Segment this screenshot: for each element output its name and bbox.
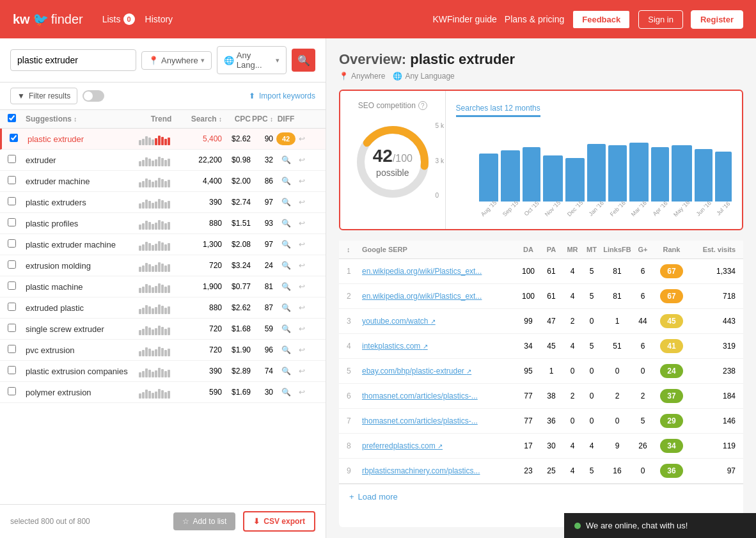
mini-bar: [168, 243, 170, 251]
diff-search-icon[interactable]: 🔍: [281, 261, 291, 270]
diff-search-icon[interactable]: 🔍: [281, 345, 291, 354]
cpc-col: $2.62: [222, 303, 251, 312]
keyword-text[interactable]: plastic extruder: [28, 134, 84, 144]
register-button[interactable]: Register: [691, 10, 743, 29]
diff-search-icon[interactable]: 🔍: [281, 367, 291, 376]
row-checkbox-col[interactable]: [8, 303, 26, 313]
keyword-text[interactable]: plastic extruder machine: [26, 240, 116, 249]
check-all-header[interactable]: [8, 114, 26, 124]
row-checkbox[interactable]: [10, 134, 18, 142]
mini-bar: [168, 201, 170, 209]
nav-lists[interactable]: Lists 0: [102, 13, 135, 25]
row-checkbox-col[interactable]: [8, 366, 26, 376]
kwfinder-guide-link[interactable]: KWFinder guide: [432, 14, 496, 24]
keyword-text[interactable]: plastic extrusion companies: [26, 367, 128, 376]
serp-url[interactable]: intekplastics.com ↗: [362, 342, 428, 351]
row-checkbox-col[interactable]: [8, 197, 26, 207]
row-checkbox[interactable]: [8, 303, 16, 311]
row-checkbox[interactable]: [8, 345, 16, 353]
rank-header: Rank: [652, 246, 691, 253]
serp-url[interactable]: en.wikipedia.org/wiki/Plastics_ext...: [362, 267, 482, 276]
diff-search-icon[interactable]: 🔍: [281, 155, 291, 164]
mini-bar: [139, 140, 141, 145]
row-checkbox[interactable]: [8, 260, 16, 269]
row-checkbox[interactable]: [8, 387, 16, 395]
keyword-text[interactable]: single screw extruder: [26, 324, 104, 334]
diff-search-icon[interactable]: 🔍: [281, 388, 291, 397]
diff-search-icon[interactable]: 🔍: [281, 219, 291, 228]
row-checkbox-col[interactable]: [8, 239, 26, 249]
serp-url[interactable]: en.wikipedia.org/wiki/Plastics_ext...: [362, 292, 482, 301]
row-checkbox-col[interactable]: [8, 260, 26, 271]
keyword-text[interactable]: plastic extruders: [26, 198, 86, 207]
filter-toggle[interactable]: [83, 90, 104, 102]
keyword-text[interactable]: extruded plastic: [26, 303, 84, 313]
row-checkbox[interactable]: [8, 324, 16, 332]
serp-url[interactable]: thomasnet.com/articles/plastics-...: [362, 416, 478, 425]
feedback-button[interactable]: Feedback: [572, 10, 631, 29]
row-checkbox-col[interactable]: [8, 387, 26, 397]
mini-bar: [158, 305, 161, 314]
row-checkbox[interactable]: [8, 176, 16, 184]
nav-history[interactable]: History: [145, 14, 173, 24]
row-checkbox[interactable]: [8, 218, 16, 226]
serp-url[interactable]: youtube.com/watch ↗: [362, 317, 436, 326]
suggestions-header[interactable]: Suggestions ↕: [26, 115, 139, 123]
row-checkbox[interactable]: [8, 155, 16, 163]
plans-pricing-link[interactable]: Plans & pricing: [505, 14, 564, 24]
serp-url[interactable]: preferredplastics.com ↗: [362, 441, 443, 450]
logo[interactable]: kw🐦finder: [13, 12, 83, 27]
row-checkbox-col[interactable]: [8, 324, 26, 334]
row-checkbox[interactable]: [8, 366, 16, 374]
search-input[interactable]: [10, 49, 136, 71]
diff-search-icon[interactable]: 🔍: [281, 303, 291, 312]
keyword-text[interactable]: pvc extrusion: [26, 345, 75, 355]
links-fb-val: 51: [601, 342, 633, 351]
serp-url[interactable]: thomasnet.com/articles/plastics-...: [362, 392, 478, 400]
diff-search-icon[interactable]: 🔍: [281, 198, 291, 207]
keyword-text[interactable]: extrusion molding: [26, 261, 91, 271]
keyword-text[interactable]: polymer extrusion: [26, 388, 91, 397]
filter-results-button[interactable]: ▼ Filter results: [10, 88, 77, 104]
row-checkbox-col[interactable]: [8, 218, 26, 228]
row-checkbox[interactable]: [8, 281, 16, 290]
language-label: Any Lang...: [237, 51, 274, 70]
location-meta-icon: 📍: [339, 72, 349, 81]
serp-url[interactable]: rbplasticsmachinery.com/plastics...: [362, 466, 480, 475]
serp-url[interactable]: ebay.com/bhp/plastic-extruder ↗: [362, 367, 471, 376]
da-val: 17: [517, 441, 540, 450]
check-all-checkbox[interactable]: [8, 114, 16, 122]
language-selector[interactable]: 🌐 Any Lang... ▾: [217, 46, 287, 74]
trend-col: [139, 217, 184, 230]
pa-val: 38: [540, 392, 563, 400]
diff-search-icon[interactable]: 🔍: [281, 177, 291, 186]
row-checkbox-col[interactable]: [8, 155, 26, 165]
keyword-text[interactable]: plastic profiles: [26, 219, 78, 228]
row-checkbox-col[interactable]: [8, 176, 26, 186]
add-to-list-button[interactable]: ☆ Add to list: [173, 512, 236, 530]
keyword-text[interactable]: extruder machine: [26, 177, 90, 186]
row-checkbox-col[interactable]: [8, 345, 26, 355]
row-checkbox-col[interactable]: [8, 281, 26, 292]
keyword-text[interactable]: extruder: [26, 155, 56, 165]
ppc-col: 97: [251, 198, 273, 207]
mt-header: MT: [582, 246, 601, 253]
keyword-text[interactable]: plastic machine: [26, 282, 83, 292]
row-checkbox[interactable]: [8, 239, 16, 248]
import-keywords-button[interactable]: ⬆ Import keywords: [249, 91, 315, 100]
row-checkbox[interactable]: [8, 197, 16, 205]
diff-search-icon[interactable]: 🔍: [281, 282, 291, 291]
search-button[interactable]: 🔍: [292, 49, 315, 72]
row-checkbox-col[interactable]: [10, 134, 28, 144]
load-more-button[interactable]: + Load more: [339, 484, 743, 509]
signin-button[interactable]: Sign in: [638, 10, 683, 29]
csv-export-button[interactable]: ⬇ CSV export: [243, 511, 315, 532]
search-header[interactable]: Search ↕: [184, 115, 222, 123]
location-selector[interactable]: 📍 Anywhere ▾: [141, 51, 212, 70]
diff-search-icon[interactable]: 🔍: [281, 240, 291, 249]
diff-search-icon[interactable]: 🔍: [281, 324, 291, 333]
chart-tab[interactable]: Searches last 12 months: [456, 101, 540, 117]
chat-bubble[interactable]: We are online, chat with us!: [564, 513, 756, 538]
cpc-col: $1.68: [222, 324, 251, 333]
ppc-header[interactable]: PPC ↕: [251, 115, 273, 123]
